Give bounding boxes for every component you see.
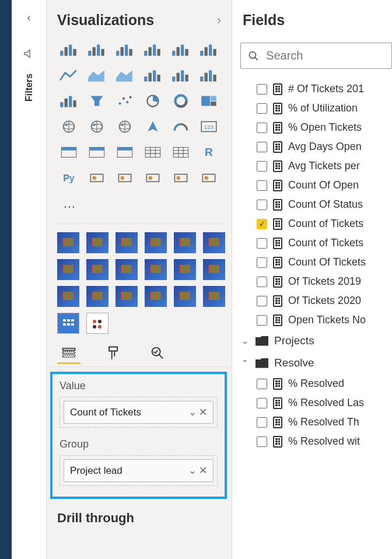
custom-visual[interactable] (116, 259, 138, 280)
field-checkbox[interactable] (257, 277, 267, 287)
field-item[interactable]: % Resolved wit (257, 432, 392, 451)
matrix-visual[interactable] (169, 142, 192, 163)
remove-field-icon[interactable]: ✕ (199, 406, 207, 418)
filled-map-visual[interactable] (85, 116, 108, 137)
py-visual-visual[interactable]: Py (57, 167, 80, 188)
filters-label[interactable]: Filters (24, 74, 34, 102)
remove-field-icon[interactable]: ✕ (199, 464, 207, 477)
donut-visual[interactable] (169, 90, 192, 111)
custom-visual[interactable] (86, 232, 108, 253)
field-item[interactable]: Count of Tickets (257, 233, 392, 253)
r-visual-visual[interactable]: R (197, 142, 220, 163)
chevron-down-icon[interactable]: ⌄ (188, 464, 197, 477)
treemap-visual[interactable] (197, 90, 220, 111)
field-item[interactable]: Count Of Tickets (257, 253, 392, 272)
field-checkbox[interactable] (257, 103, 267, 114)
field-item[interactable]: # Of Tickets 201 (257, 79, 392, 99)
card-visual[interactable]: 123 (197, 116, 220, 137)
pie-visual[interactable] (141, 90, 164, 111)
decomposition-tree-visual[interactable] (113, 167, 136, 188)
field-item[interactable]: % Resolved Th (257, 413, 392, 432)
line-visual[interactable] (57, 65, 80, 86)
field-checkbox[interactable] (257, 84, 267, 95)
custom-visual[interactable] (145, 259, 167, 280)
field-checkbox[interactable] (257, 436, 267, 447)
scatter-visual[interactable] (113, 90, 136, 111)
custom-visual[interactable] (174, 232, 196, 253)
clustered-column-visual[interactable] (141, 39, 164, 60)
custom-visual[interactable] (116, 286, 138, 307)
ribbon-visual[interactable] (197, 65, 220, 86)
chevron-down-icon[interactable]: ⌄ (188, 406, 197, 418)
value-well[interactable]: Count of Tickets ⌄ ✕ (60, 397, 218, 428)
field-item[interactable]: Of Tickets 2019 (257, 272, 392, 291)
search-input[interactable] (266, 49, 384, 62)
stacked-column-visual[interactable] (113, 39, 136, 60)
custom-visual[interactable] (174, 286, 196, 307)
fields-tab[interactable] (57, 343, 80, 364)
kpi-visual[interactable] (85, 142, 108, 163)
funnel-visual[interactable] (85, 90, 108, 111)
folder-projects[interactable]: ⌄ Projects (240, 330, 392, 352)
custom-visual[interactable] (145, 286, 167, 307)
field-checkbox[interactable] (257, 315, 267, 326)
custom-visual[interactable] (86, 313, 108, 334)
line-clustered-column-visual[interactable] (141, 65, 164, 86)
stacked-area-visual[interactable] (113, 65, 136, 86)
field-checkbox[interactable] (257, 257, 267, 268)
format-tab[interactable] (102, 343, 125, 364)
field-item[interactable]: Count Of Status (257, 195, 392, 214)
shape-map-visual[interactable] (113, 116, 136, 137)
custom-visual[interactable] (57, 286, 79, 307)
announce-icon[interactable] (23, 47, 36, 62)
field-checkbox[interactable] (257, 200, 267, 210)
key-influencers-visual[interactable] (85, 167, 108, 188)
field-item[interactable]: Count of Tickets (257, 214, 392, 233)
fields-search[interactable] (240, 43, 392, 69)
folder-resolve[interactable]: ⌃ Resolve (240, 352, 392, 374)
field-checkbox[interactable] (257, 161, 267, 172)
field-item[interactable]: % of Utilization (257, 99, 392, 118)
custom-visual[interactable] (86, 259, 108, 280)
value-field-pill[interactable]: Count of Tickets ⌄ ✕ (64, 401, 214, 424)
line-stacked-column-visual[interactable] (169, 65, 192, 86)
custom-visual[interactable] (203, 259, 225, 280)
field-checkbox[interactable] (257, 238, 267, 249)
table-visual[interactable] (141, 142, 164, 163)
custom-visual[interactable] (174, 259, 196, 280)
custom-visual[interactable] (57, 313, 79, 334)
field-item[interactable]: % Resolved Las (257, 393, 392, 413)
custom-visual[interactable] (57, 232, 79, 253)
field-item[interactable]: Of Tickets 2020 (257, 291, 392, 310)
field-checkbox[interactable] (257, 180, 267, 191)
field-checkbox[interactable] (257, 398, 267, 408)
field-checkbox[interactable] (257, 219, 267, 229)
100-stacked-column-visual[interactable] (197, 39, 220, 60)
group-field-pill[interactable]: Project lead ⌄ ✕ (64, 459, 214, 482)
slicer-visual[interactable] (113, 142, 136, 163)
field-checkbox[interactable] (257, 296, 267, 306)
paginated-visual[interactable] (197, 167, 220, 188)
custom-visual[interactable] (57, 259, 79, 280)
waterfall-visual[interactable] (57, 90, 80, 111)
stacked-bar-visual[interactable] (57, 39, 80, 60)
custom-visual[interactable] (203, 232, 225, 253)
viz-collapse-icon[interactable]: › (217, 13, 221, 28)
custom-visual[interactable] (116, 232, 138, 253)
area-visual[interactable] (85, 65, 108, 86)
100-stacked-bar-visual[interactable] (169, 39, 192, 60)
gauge-visual[interactable] (169, 116, 192, 137)
field-item[interactable]: Count Of Open (257, 176, 392, 195)
multi-row-card-visual[interactable] (57, 142, 80, 163)
collapse-chevron-icon[interactable]: ‹ (27, 12, 31, 24)
analytics-tab[interactable] (146, 343, 169, 364)
field-item[interactable]: % Open Tickets (257, 118, 392, 137)
custom-visual[interactable] (145, 232, 167, 253)
field-checkbox[interactable] (257, 142, 267, 152)
custom-visual[interactable] (86, 286, 108, 307)
field-item[interactable]: Avg Tickets per (257, 156, 392, 176)
field-item[interactable]: Avg Days Open (257, 137, 392, 156)
more-visuals-icon[interactable]: … (57, 193, 80, 214)
qa-visual[interactable] (141, 167, 164, 188)
field-checkbox[interactable] (257, 123, 267, 133)
